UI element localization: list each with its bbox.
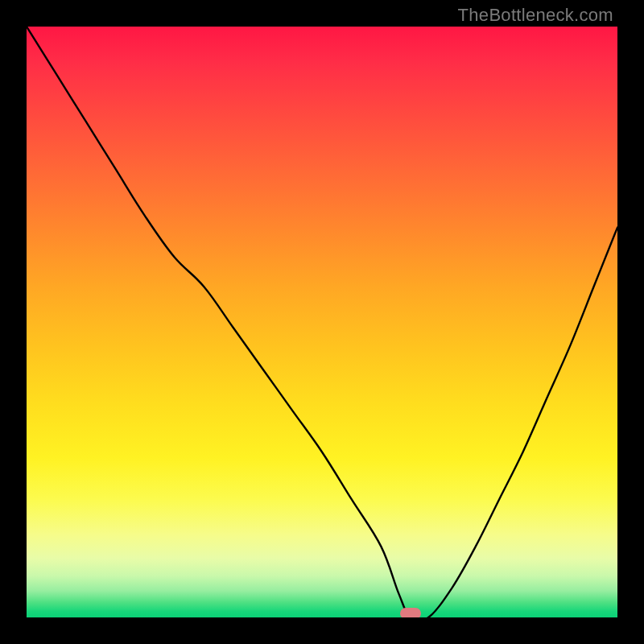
watermark-text: TheBottleneck.com [458, 5, 613, 26]
chart-frame: TheBottleneck.com [0, 0, 644, 644]
bottleneck-curve [27, 27, 617, 617]
plot-area [27, 27, 617, 617]
optimal-marker [400, 608, 421, 617]
